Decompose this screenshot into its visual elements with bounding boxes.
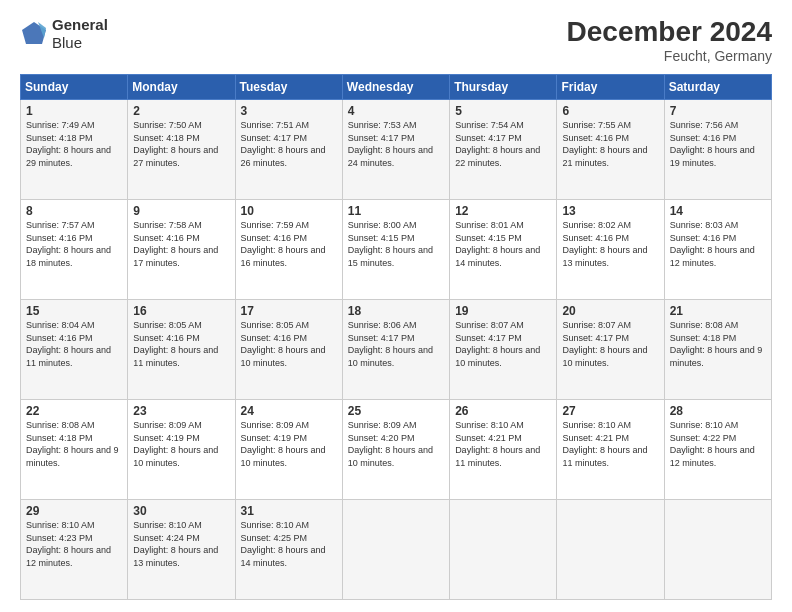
sunset-text: Sunset: 4:16 PM xyxy=(670,133,737,143)
day-number: 25 xyxy=(348,404,444,418)
day-info: Sunrise: 7:57 AM Sunset: 4:16 PM Dayligh… xyxy=(26,219,122,269)
daylight-text: Daylight: 8 hours and 10 minutes. xyxy=(562,345,647,368)
daylight-text: Daylight: 8 hours and 10 minutes. xyxy=(241,445,326,468)
table-row: 14 Sunrise: 8:03 AM Sunset: 4:16 PM Dayl… xyxy=(664,200,771,300)
calendar-title: December 2024 xyxy=(567,16,772,48)
daylight-text: Daylight: 8 hours and 12 minutes. xyxy=(26,545,111,568)
sunset-text: Sunset: 4:19 PM xyxy=(133,433,200,443)
daylight-text: Daylight: 8 hours and 18 minutes. xyxy=(26,245,111,268)
sunset-text: Sunset: 4:18 PM xyxy=(26,133,93,143)
day-info: Sunrise: 8:10 AM Sunset: 4:22 PM Dayligh… xyxy=(670,419,766,469)
sunrise-text: Sunrise: 8:06 AM xyxy=(348,320,417,330)
day-number: 30 xyxy=(133,504,229,518)
sunset-text: Sunset: 4:17 PM xyxy=(455,333,522,343)
sunset-text: Sunset: 4:20 PM xyxy=(348,433,415,443)
daylight-text: Daylight: 8 hours and 15 minutes. xyxy=(348,245,433,268)
table-row: 13 Sunrise: 8:02 AM Sunset: 4:16 PM Dayl… xyxy=(557,200,664,300)
calendar-week-row: 29 Sunrise: 8:10 AM Sunset: 4:23 PM Dayl… xyxy=(21,500,772,600)
day-info: Sunrise: 8:09 AM Sunset: 4:19 PM Dayligh… xyxy=(133,419,229,469)
header-wednesday: Wednesday xyxy=(342,75,449,100)
sunrise-text: Sunrise: 8:03 AM xyxy=(670,220,739,230)
table-row: 30 Sunrise: 8:10 AM Sunset: 4:24 PM Dayl… xyxy=(128,500,235,600)
table-row xyxy=(450,500,557,600)
day-number: 3 xyxy=(241,104,337,118)
day-info: Sunrise: 8:06 AM Sunset: 4:17 PM Dayligh… xyxy=(348,319,444,369)
day-info: Sunrise: 7:56 AM Sunset: 4:16 PM Dayligh… xyxy=(670,119,766,169)
day-number: 13 xyxy=(562,204,658,218)
table-row: 24 Sunrise: 8:09 AM Sunset: 4:19 PM Dayl… xyxy=(235,400,342,500)
sunrise-text: Sunrise: 8:08 AM xyxy=(670,320,739,330)
sunrise-text: Sunrise: 8:01 AM xyxy=(455,220,524,230)
day-info: Sunrise: 8:00 AM Sunset: 4:15 PM Dayligh… xyxy=(348,219,444,269)
logo-icon xyxy=(20,20,48,48)
day-number: 17 xyxy=(241,304,337,318)
table-row: 25 Sunrise: 8:09 AM Sunset: 4:20 PM Dayl… xyxy=(342,400,449,500)
sunset-text: Sunset: 4:21 PM xyxy=(562,433,629,443)
sunrise-text: Sunrise: 8:09 AM xyxy=(348,420,417,430)
day-number: 7 xyxy=(670,104,766,118)
daylight-text: Daylight: 8 hours and 12 minutes. xyxy=(670,245,755,268)
daylight-text: Daylight: 8 hours and 26 minutes. xyxy=(241,145,326,168)
daylight-text: Daylight: 8 hours and 11 minutes. xyxy=(26,345,111,368)
sunset-text: Sunset: 4:18 PM xyxy=(133,133,200,143)
sunrise-text: Sunrise: 8:10 AM xyxy=(241,520,310,530)
calendar-week-row: 8 Sunrise: 7:57 AM Sunset: 4:16 PM Dayli… xyxy=(21,200,772,300)
sunrise-text: Sunrise: 7:49 AM xyxy=(26,120,95,130)
sunset-text: Sunset: 4:22 PM xyxy=(670,433,737,443)
day-info: Sunrise: 8:02 AM Sunset: 4:16 PM Dayligh… xyxy=(562,219,658,269)
daylight-text: Daylight: 8 hours and 11 minutes. xyxy=(455,445,540,468)
day-number: 20 xyxy=(562,304,658,318)
sunset-text: Sunset: 4:17 PM xyxy=(455,133,522,143)
daylight-text: Daylight: 8 hours and 12 minutes. xyxy=(670,445,755,468)
sunrise-text: Sunrise: 8:00 AM xyxy=(348,220,417,230)
calendar-week-row: 1 Sunrise: 7:49 AM Sunset: 4:18 PM Dayli… xyxy=(21,100,772,200)
table-row: 17 Sunrise: 8:05 AM Sunset: 4:16 PM Dayl… xyxy=(235,300,342,400)
daylight-text: Daylight: 8 hours and 10 minutes. xyxy=(348,345,433,368)
day-info: Sunrise: 8:09 AM Sunset: 4:20 PM Dayligh… xyxy=(348,419,444,469)
day-info: Sunrise: 8:09 AM Sunset: 4:19 PM Dayligh… xyxy=(241,419,337,469)
day-number: 27 xyxy=(562,404,658,418)
sunset-text: Sunset: 4:16 PM xyxy=(241,333,308,343)
sunrise-text: Sunrise: 7:59 AM xyxy=(241,220,310,230)
sunrise-text: Sunrise: 7:51 AM xyxy=(241,120,310,130)
day-info: Sunrise: 8:10 AM Sunset: 4:21 PM Dayligh… xyxy=(455,419,551,469)
sunrise-text: Sunrise: 8:07 AM xyxy=(562,320,631,330)
day-info: Sunrise: 8:10 AM Sunset: 4:25 PM Dayligh… xyxy=(241,519,337,569)
table-row: 8 Sunrise: 7:57 AM Sunset: 4:16 PM Dayli… xyxy=(21,200,128,300)
sunset-text: Sunset: 4:23 PM xyxy=(26,533,93,543)
day-number: 9 xyxy=(133,204,229,218)
header: General Blue December 2024 Feucht, Germa… xyxy=(20,16,772,64)
day-info: Sunrise: 8:10 AM Sunset: 4:23 PM Dayligh… xyxy=(26,519,122,569)
sunrise-text: Sunrise: 8:10 AM xyxy=(455,420,524,430)
sunrise-text: Sunrise: 8:09 AM xyxy=(133,420,202,430)
logo-line1: General xyxy=(52,16,108,34)
table-row: 4 Sunrise: 7:53 AM Sunset: 4:17 PM Dayli… xyxy=(342,100,449,200)
sunrise-text: Sunrise: 8:02 AM xyxy=(562,220,631,230)
day-number: 15 xyxy=(26,304,122,318)
sunset-text: Sunset: 4:15 PM xyxy=(348,233,415,243)
logo-line2: Blue xyxy=(52,34,108,52)
daylight-text: Daylight: 8 hours and 9 minutes. xyxy=(26,445,119,468)
day-info: Sunrise: 8:05 AM Sunset: 4:16 PM Dayligh… xyxy=(133,319,229,369)
day-number: 6 xyxy=(562,104,658,118)
header-monday: Monday xyxy=(128,75,235,100)
calendar-week-row: 15 Sunrise: 8:04 AM Sunset: 4:16 PM Dayl… xyxy=(21,300,772,400)
sunrise-text: Sunrise: 8:09 AM xyxy=(241,420,310,430)
table-row: 26 Sunrise: 8:10 AM Sunset: 4:21 PM Dayl… xyxy=(450,400,557,500)
daylight-text: Daylight: 8 hours and 16 minutes. xyxy=(241,245,326,268)
sunrise-text: Sunrise: 7:55 AM xyxy=(562,120,631,130)
daylight-text: Daylight: 8 hours and 22 minutes. xyxy=(455,145,540,168)
day-number: 11 xyxy=(348,204,444,218)
table-row: 11 Sunrise: 8:00 AM Sunset: 4:15 PM Dayl… xyxy=(342,200,449,300)
sunrise-text: Sunrise: 8:10 AM xyxy=(670,420,739,430)
table-row: 1 Sunrise: 7:49 AM Sunset: 4:18 PM Dayli… xyxy=(21,100,128,200)
daylight-text: Daylight: 8 hours and 10 minutes. xyxy=(348,445,433,468)
sunrise-text: Sunrise: 8:10 AM xyxy=(133,520,202,530)
calendar-subtitle: Feucht, Germany xyxy=(567,48,772,64)
table-row: 12 Sunrise: 8:01 AM Sunset: 4:15 PM Dayl… xyxy=(450,200,557,300)
calendar-week-row: 22 Sunrise: 8:08 AM Sunset: 4:18 PM Dayl… xyxy=(21,400,772,500)
sunset-text: Sunset: 4:24 PM xyxy=(133,533,200,543)
day-number: 5 xyxy=(455,104,551,118)
table-row: 27 Sunrise: 8:10 AM Sunset: 4:21 PM Dayl… xyxy=(557,400,664,500)
sunset-text: Sunset: 4:18 PM xyxy=(670,333,737,343)
